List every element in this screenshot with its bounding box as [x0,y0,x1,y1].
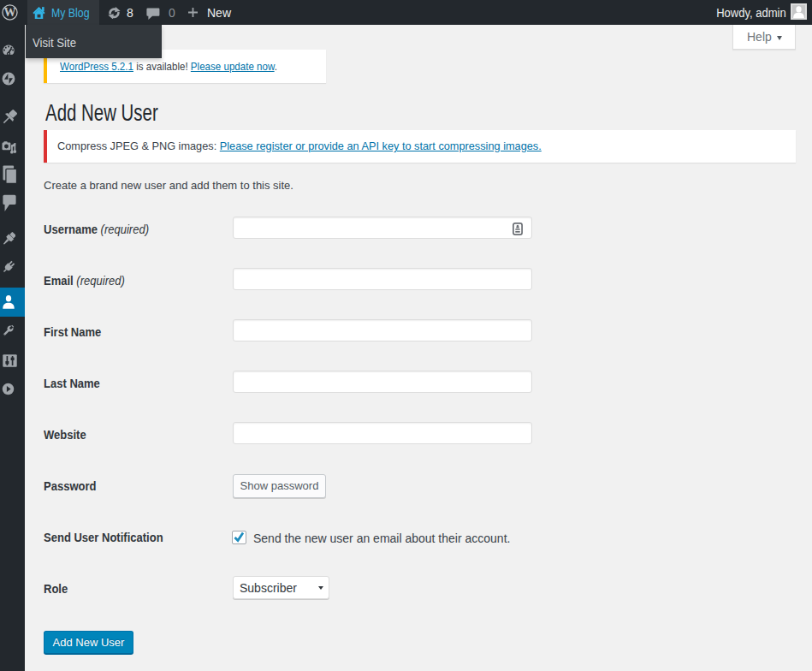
svg-text:W: W [3,4,15,19]
